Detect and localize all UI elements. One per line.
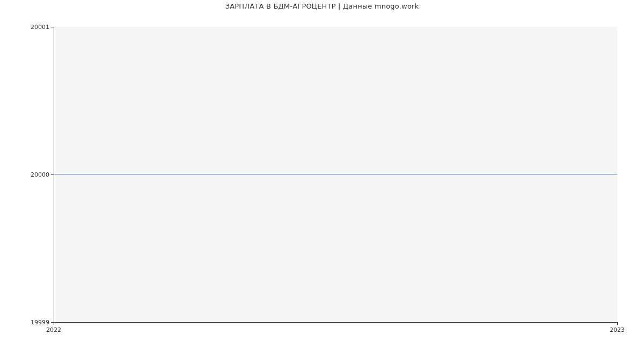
chart-container: ЗАРПЛАТА В БДМ-АГРОЦЕНТР | Данные mnogo.… — [0, 0, 644, 349]
x-tick-label: 2022 — [46, 326, 61, 333]
x-tick — [617, 322, 618, 325]
y-tick-label: 20001 — [2, 24, 49, 31]
axis-spine-left — [54, 27, 54, 322]
axis-spine-bottom — [54, 322, 617, 323]
y-tick — [51, 174, 54, 175]
chart-title: ЗАРПЛАТА В БДМ-АГРОЦЕНТР | Данные mnogo.… — [0, 2, 644, 10]
data-line — [54, 174, 617, 174]
x-tick-label: 2023 — [610, 326, 625, 333]
y-tick-label: 20000 — [2, 171, 49, 178]
y-tick-label: 19999 — [2, 319, 49, 326]
plot-area — [54, 27, 617, 322]
x-tick — [54, 322, 54, 325]
y-tick — [51, 27, 54, 27]
